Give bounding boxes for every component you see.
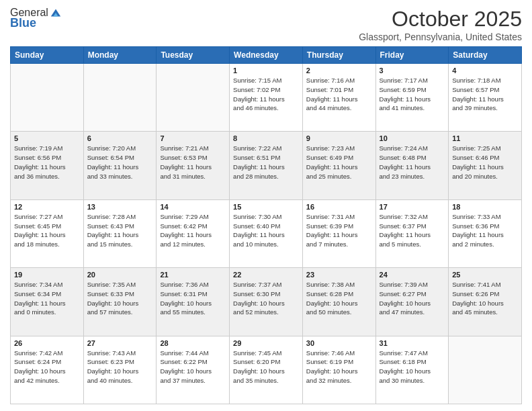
day-info: Sunrise: 7:45 AMSunset: 6:20 PMDaylight:… bbox=[233, 349, 299, 385]
day-info: Sunrise: 7:18 AMSunset: 6:57 PMDaylight:… bbox=[452, 76, 518, 113]
day-info: Sunrise: 7:37 AMSunset: 6:30 PMDaylight:… bbox=[233, 280, 299, 317]
day-info: Sunrise: 7:36 AMSunset: 6:31 PMDaylight:… bbox=[160, 280, 226, 317]
calendar-cell: 23Sunrise: 7:38 AMSunset: 6:28 PMDayligh… bbox=[302, 268, 375, 336]
day-number: 19 bbox=[14, 271, 80, 279]
day-number: 31 bbox=[380, 339, 445, 347]
calendar-cell: 5Sunrise: 7:19 AMSunset: 6:56 PMDaylight… bbox=[11, 132, 84, 199]
logo-icon bbox=[50, 7, 62, 19]
calendar-cell: 29Sunrise: 7:45 AMSunset: 6:20 PMDayligh… bbox=[230, 336, 303, 404]
day-info: Sunrise: 7:19 AMSunset: 6:56 PMDaylight:… bbox=[14, 144, 80, 181]
day-number: 24 bbox=[380, 271, 445, 279]
day-info: Sunrise: 7:23 AMSunset: 6:49 PMDaylight:… bbox=[306, 144, 372, 181]
day-info: Sunrise: 7:35 AMSunset: 6:33 PMDaylight:… bbox=[87, 280, 153, 317]
day-info: Sunrise: 7:30 AMSunset: 6:40 PMDaylight:… bbox=[233, 212, 299, 249]
day-info: Sunrise: 7:22 AMSunset: 6:51 PMDaylight:… bbox=[233, 144, 299, 181]
day-number: 30 bbox=[306, 339, 372, 347]
calendar-cell: 11Sunrise: 7:25 AMSunset: 6:46 PMDayligh… bbox=[449, 132, 522, 199]
month-title: October 2025 bbox=[359, 7, 522, 32]
day-number: 3 bbox=[380, 66, 445, 75]
day-info: Sunrise: 7:34 AMSunset: 6:34 PMDaylight:… bbox=[14, 280, 80, 317]
day-number: 7 bbox=[160, 134, 226, 142]
calendar-cell: 2Sunrise: 7:16 AMSunset: 7:01 PMDaylight… bbox=[302, 64, 375, 132]
title-section: October 2025 Glassport, Pennsylvania, Un… bbox=[359, 7, 522, 42]
day-number: 15 bbox=[233, 203, 299, 211]
calendar-week-row: 1Sunrise: 7:15 AMSunset: 7:02 PMDaylight… bbox=[11, 64, 522, 132]
calendar-cell: 15Sunrise: 7:30 AMSunset: 6:40 PMDayligh… bbox=[230, 199, 303, 267]
calendar-cell: 30Sunrise: 7:46 AMSunset: 6:19 PMDayligh… bbox=[302, 336, 375, 404]
calendar-cell: 21Sunrise: 7:36 AMSunset: 6:31 PMDayligh… bbox=[157, 268, 230, 336]
day-number: 8 bbox=[233, 134, 299, 142]
calendar-week-row: 12Sunrise: 7:27 AMSunset: 6:45 PMDayligh… bbox=[11, 199, 522, 267]
day-number: 17 bbox=[380, 203, 445, 211]
calendar-cell: 31Sunrise: 7:47 AMSunset: 6:18 PMDayligh… bbox=[375, 336, 449, 404]
day-number: 1 bbox=[233, 66, 299, 75]
weekday-header-monday: Monday bbox=[83, 47, 157, 64]
day-info: Sunrise: 7:32 AMSunset: 6:37 PMDaylight:… bbox=[380, 212, 445, 249]
calendar-cell: 24Sunrise: 7:39 AMSunset: 6:27 PMDayligh… bbox=[375, 268, 449, 336]
day-number: 2 bbox=[306, 66, 372, 75]
day-number: 18 bbox=[452, 203, 518, 211]
calendar-cell: 8Sunrise: 7:22 AMSunset: 6:51 PMDaylight… bbox=[230, 132, 303, 199]
day-info: Sunrise: 7:39 AMSunset: 6:27 PMDaylight:… bbox=[380, 280, 445, 317]
calendar-cell: 16Sunrise: 7:31 AMSunset: 6:39 PMDayligh… bbox=[302, 199, 375, 267]
day-info: Sunrise: 7:46 AMSunset: 6:19 PMDaylight:… bbox=[306, 349, 372, 385]
weekday-header-friday: Friday bbox=[375, 47, 449, 64]
day-info: Sunrise: 7:38 AMSunset: 6:28 PMDaylight:… bbox=[306, 280, 372, 317]
calendar-cell: 9Sunrise: 7:23 AMSunset: 6:49 PMDaylight… bbox=[302, 132, 375, 199]
calendar-cell: 28Sunrise: 7:44 AMSunset: 6:22 PMDayligh… bbox=[157, 336, 230, 404]
day-number: 27 bbox=[87, 339, 153, 347]
calendar-cell: 14Sunrise: 7:29 AMSunset: 6:42 PMDayligh… bbox=[157, 199, 230, 267]
calendar-cell: 27Sunrise: 7:43 AMSunset: 6:23 PMDayligh… bbox=[83, 336, 157, 404]
calendar-cell: 25Sunrise: 7:41 AMSunset: 6:26 PMDayligh… bbox=[449, 268, 522, 336]
day-info: Sunrise: 7:44 AMSunset: 6:22 PMDaylight:… bbox=[160, 349, 226, 385]
calendar-table: SundayMondayTuesdayWednesdayThursdayFrid… bbox=[10, 46, 522, 404]
day-number: 12 bbox=[14, 203, 80, 211]
calendar-cell: 20Sunrise: 7:35 AMSunset: 6:33 PMDayligh… bbox=[83, 268, 157, 336]
calendar-cell: 6Sunrise: 7:20 AMSunset: 6:54 PMDaylight… bbox=[83, 132, 157, 199]
header: General Blue October 2025 Glassport, Pen… bbox=[10, 7, 522, 42]
calendar-cell: 12Sunrise: 7:27 AMSunset: 6:45 PMDayligh… bbox=[11, 199, 84, 267]
day-number: 23 bbox=[306, 271, 372, 279]
calendar-cell bbox=[83, 64, 157, 132]
day-info: Sunrise: 7:15 AMSunset: 7:02 PMDaylight:… bbox=[233, 76, 299, 113]
weekday-header-thursday: Thursday bbox=[302, 47, 375, 64]
day-number: 29 bbox=[233, 339, 299, 347]
day-number: 28 bbox=[160, 339, 226, 347]
day-info: Sunrise: 7:47 AMSunset: 6:18 PMDaylight:… bbox=[380, 349, 445, 385]
day-number: 25 bbox=[452, 271, 518, 279]
weekday-header-sunday: Sunday bbox=[11, 47, 84, 64]
day-info: Sunrise: 7:21 AMSunset: 6:53 PMDaylight:… bbox=[160, 144, 226, 181]
logo: General Blue bbox=[10, 7, 62, 30]
page: General Blue October 2025 Glassport, Pen… bbox=[0, 0, 532, 411]
day-info: Sunrise: 7:20 AMSunset: 6:54 PMDaylight:… bbox=[87, 144, 153, 181]
calendar-week-row: 26Sunrise: 7:42 AMSunset: 6:24 PMDayligh… bbox=[11, 336, 522, 404]
location: Glassport, Pennsylvania, United States bbox=[359, 32, 522, 42]
calendar-cell: 19Sunrise: 7:34 AMSunset: 6:34 PMDayligh… bbox=[11, 268, 84, 336]
calendar-cell: 10Sunrise: 7:24 AMSunset: 6:48 PMDayligh… bbox=[375, 132, 449, 199]
day-info: Sunrise: 7:42 AMSunset: 6:24 PMDaylight:… bbox=[14, 349, 80, 385]
day-number: 11 bbox=[452, 134, 518, 142]
day-info: Sunrise: 7:28 AMSunset: 6:43 PMDaylight:… bbox=[87, 212, 153, 249]
day-number: 22 bbox=[233, 271, 299, 279]
calendar-header-row: SundayMondayTuesdayWednesdayThursdayFrid… bbox=[11, 47, 522, 64]
calendar-cell: 13Sunrise: 7:28 AMSunset: 6:43 PMDayligh… bbox=[83, 199, 157, 267]
day-info: Sunrise: 7:41 AMSunset: 6:26 PMDaylight:… bbox=[452, 280, 518, 317]
day-info: Sunrise: 7:25 AMSunset: 6:46 PMDaylight:… bbox=[452, 144, 518, 181]
calendar-cell: 26Sunrise: 7:42 AMSunset: 6:24 PMDayligh… bbox=[11, 336, 84, 404]
calendar-cell: 3Sunrise: 7:17 AMSunset: 6:59 PMDaylight… bbox=[375, 64, 449, 132]
day-info: Sunrise: 7:16 AMSunset: 7:01 PMDaylight:… bbox=[306, 76, 372, 113]
calendar-cell: 7Sunrise: 7:21 AMSunset: 6:53 PMDaylight… bbox=[157, 132, 230, 199]
calendar-cell bbox=[449, 336, 522, 404]
calendar-cell: 17Sunrise: 7:32 AMSunset: 6:37 PMDayligh… bbox=[375, 199, 449, 267]
calendar-cell: 18Sunrise: 7:33 AMSunset: 6:36 PMDayligh… bbox=[449, 199, 522, 267]
weekday-header-wednesday: Wednesday bbox=[230, 47, 303, 64]
day-number: 21 bbox=[160, 271, 226, 279]
day-info: Sunrise: 7:31 AMSunset: 6:39 PMDaylight:… bbox=[306, 212, 372, 249]
calendar-cell: 22Sunrise: 7:37 AMSunset: 6:30 PMDayligh… bbox=[230, 268, 303, 336]
calendar-cell: 1Sunrise: 7:15 AMSunset: 7:02 PMDaylight… bbox=[230, 64, 303, 132]
day-number: 10 bbox=[380, 134, 445, 142]
day-info: Sunrise: 7:43 AMSunset: 6:23 PMDaylight:… bbox=[87, 349, 153, 385]
day-number: 9 bbox=[306, 134, 372, 142]
day-number: 26 bbox=[14, 339, 80, 347]
day-info: Sunrise: 7:17 AMSunset: 6:59 PMDaylight:… bbox=[380, 76, 445, 113]
